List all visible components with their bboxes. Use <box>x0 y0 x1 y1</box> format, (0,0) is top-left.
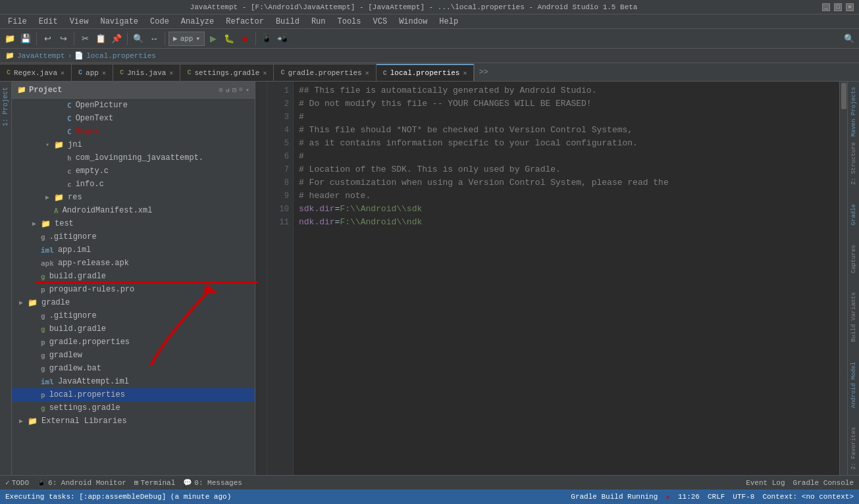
toolbar-btn-replace[interactable]: ↔ <box>147 32 161 46</box>
tab-close-icon[interactable]: ✕ <box>463 69 467 77</box>
scroll-thumb[interactable] <box>841 83 846 109</box>
tree-item[interactable]: ▶ 📁 External Libraries <box>12 415 255 428</box>
project-sync-icon[interactable]: ↺ <box>226 86 230 94</box>
title-bar: JavaAttempt - [F:\Android\JavaAttempt] -… <box>0 0 859 14</box>
tree-item[interactable]: g .gitignore <box>12 309 255 322</box>
encoding[interactable]: UTF-8 <box>733 493 754 501</box>
tree-item[interactable]: p gradle.properties <box>12 336 255 349</box>
structure-btn[interactable]: Z: Structure <box>849 139 858 188</box>
run-btn[interactable]: ▶ <box>206 32 221 46</box>
debug-btn[interactable]: 🐛 <box>222 32 236 46</box>
breadcrumb-project[interactable]: JavaAttempt <box>17 52 65 60</box>
tree-item[interactable]: C OpenPicture <box>12 99 255 112</box>
android-monitor-tab[interactable]: 📱 6: Android Monitor <box>37 478 126 487</box>
menu-item-file[interactable]: File <box>3 16 32 28</box>
tab-jnis-java[interactable]: C Jnis.java ✕ <box>113 64 180 81</box>
toolbar-btn-copy[interactable]: 📋 <box>93 32 108 46</box>
tab-close-icon[interactable]: ✕ <box>263 69 267 77</box>
breadcrumb-file[interactable]: local.properties <box>86 52 156 60</box>
tree-item[interactable]: ▾ 📁 jni <box>12 138 255 151</box>
tree-item[interactable]: g gradlew.bat <box>12 362 255 375</box>
toolbar-btn-1[interactable]: 📁 <box>3 32 17 46</box>
tree-item[interactable]: p local.properties <box>12 388 255 401</box>
menu-item-edit[interactable]: Edit <box>34 16 63 28</box>
file-icon: iml <box>41 246 54 255</box>
project-settings-icon[interactable]: ⚙ <box>219 86 223 94</box>
file-icon-breadcrumb: 📄 <box>74 51 84 60</box>
avd-btn[interactable]: 📲 <box>275 32 290 46</box>
tab-gradle-properties[interactable]: C gradle.properties ✕ <box>274 64 376 81</box>
tab-regex-java[interactable]: C Regex.java ✕ <box>0 64 72 81</box>
project-hide-icon[interactable]: ▾ <box>246 86 249 94</box>
menu-item-code[interactable]: Code <box>145 16 174 28</box>
tabs-overflow-btn[interactable]: >> <box>474 64 492 81</box>
tab-app[interactable]: C app ✕ <box>72 64 113 81</box>
menu-item-navigate[interactable]: Navigate <box>95 16 143 28</box>
tab-close-icon[interactable]: ✕ <box>102 69 106 77</box>
captures-btn[interactable]: Captures <box>849 242 858 276</box>
favorites-btn[interactable]: 2: Favorites <box>849 424 858 472</box>
messages-tab[interactable]: 💬 0: Messages <box>183 478 242 487</box>
menu-item-vcs[interactable]: VCS <box>368 16 393 28</box>
tree-item[interactable]: g settings.gradle <box>12 401 255 415</box>
tree-item[interactable]: C OpenText <box>12 112 255 125</box>
menu-item-analyze[interactable]: Analyze <box>176 16 219 28</box>
tree-item[interactable]: p proguard-rules.pro <box>12 283 255 296</box>
toolbar-btn-paste[interactable]: 📌 <box>109 32 124 46</box>
tab-settings-gradle[interactable]: C settings.gradle ✕ <box>180 64 274 81</box>
line-endings[interactable]: CRLF <box>708 493 725 501</box>
tree-item[interactable]: A AndroidManifest.xml <box>12 204 255 217</box>
stop-btn[interactable]: ■ <box>238 32 252 46</box>
menu-item-run[interactable]: Run <box>306 16 331 28</box>
vertical-scrollbar[interactable] <box>839 82 847 475</box>
event-log-btn[interactable]: Event Log <box>746 479 785 487</box>
tree-item[interactable]: g build.gradle <box>12 322 255 336</box>
minimize-btn[interactable]: _ <box>822 3 830 11</box>
build-variants-btn[interactable]: Build Variants <box>849 290 858 345</box>
menu-item-help[interactable]: Help <box>434 16 463 28</box>
menu-item-tools[interactable]: Tools <box>332 16 367 28</box>
close-btn[interactable]: ✕ <box>846 3 854 11</box>
tree-item[interactable]: ▶ 📁 test <box>12 217 255 230</box>
menu-item-build[interactable]: Build <box>271 16 305 28</box>
terminal-tab[interactable]: ⊞ Terminal <box>134 478 175 487</box>
tree-item[interactable]: g build.gradle <box>12 270 255 283</box>
project-panel-btn[interactable]: 1: Project <box>1 84 11 129</box>
tree-item[interactable]: iml JavaAttempt.iml <box>12 375 255 388</box>
project-collapse-icon[interactable]: ⊟ <box>232 86 236 94</box>
gradle-btn[interactable]: Gradle <box>849 201 858 228</box>
sdk-btn[interactable]: 📱 <box>259 32 274 46</box>
tab-close-icon[interactable]: ✕ <box>61 69 65 77</box>
tree-item[interactable]: g gradlew <box>12 349 255 362</box>
run-config-dropdown[interactable]: ▶ app ▾ <box>169 32 205 46</box>
tab-close-icon[interactable]: ✕ <box>169 69 173 77</box>
maven-projects-btn[interactable]: Maven Projects <box>849 84 858 139</box>
tree-item[interactable]: apk app-release.apk <box>12 257 255 270</box>
tree-item[interactable]: ▶ 📁 res <box>12 191 255 204</box>
toolbar-btn-2[interactable]: 💾 <box>18 32 33 46</box>
menu-item-refactor[interactable]: Refactor <box>221 16 269 28</box>
tree-item[interactable]: h com_lovingning_javaattempt. <box>12 151 255 164</box>
toolbar-btn-3[interactable]: ↩ <box>40 32 55 46</box>
tree-item[interactable]: iml app.iml <box>12 243 255 257</box>
tree-item[interactable]: c empty.c <box>12 164 255 178</box>
global-search-btn[interactable]: 🔍 <box>842 32 856 46</box>
tree-item[interactable]: c info.c <box>12 178 255 191</box>
file-icon: g <box>41 272 45 281</box>
android-model-btn[interactable]: Android Model <box>849 359 858 411</box>
toolbar-btn-search[interactable]: 🔍 <box>131 32 145 46</box>
code-editor[interactable]: ## This file is automatically generated … <box>294 82 839 475</box>
gradle-console-btn[interactable]: Gradle Console <box>793 479 854 487</box>
tab-close-icon[interactable]: ✕ <box>365 69 369 77</box>
tree-item[interactable]: C Regex <box>12 125 255 138</box>
menu-item-view[interactable]: View <box>65 16 94 28</box>
project-more-icon[interactable]: ≡ <box>239 86 243 94</box>
todo-tab[interactable]: ✓ TODO <box>5 478 29 487</box>
maximize-btn[interactable]: □ <box>834 3 842 11</box>
tree-item[interactable]: g .gitignore <box>12 230 255 243</box>
tree-item[interactable]: ▶ 📁 gradle <box>12 296 255 309</box>
toolbar-btn-4[interactable]: ↪ <box>56 32 70 46</box>
tab-local-properties[interactable]: C local.properties ✕ <box>377 64 475 81</box>
toolbar-btn-cut[interactable]: ✂ <box>78 32 92 46</box>
menu-item-window[interactable]: Window <box>394 16 432 28</box>
